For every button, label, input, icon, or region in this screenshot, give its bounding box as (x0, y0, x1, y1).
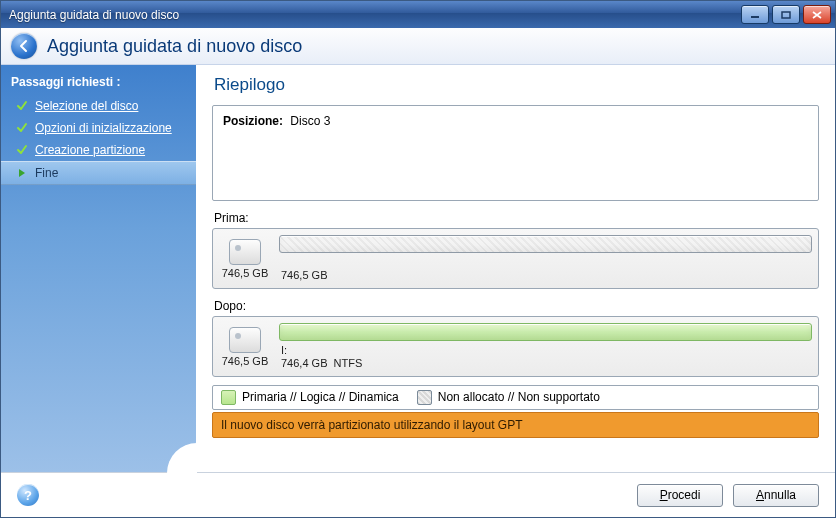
close-button[interactable] (803, 5, 831, 24)
window-title: Aggiunta guidata di nuovo disco (9, 8, 741, 22)
position-value: Disco 3 (290, 114, 330, 128)
wizard-window: Aggiunta guidata di nuovo disco Aggiunta… (0, 0, 836, 518)
step-select-disk[interactable]: Selezione del disco (1, 95, 196, 117)
partition-bar-primary[interactable] (279, 323, 812, 341)
warning-bar: Il nuovo disco verrà partizionato utiliz… (212, 412, 819, 438)
svg-rect-1 (782, 12, 790, 18)
body: Passaggi richiesti : Selezione del disco… (1, 65, 835, 472)
header-title: Aggiunta guidata di nuovo disco (47, 36, 302, 57)
help-button[interactable]: ? (17, 484, 39, 506)
arrow-right-icon (15, 166, 29, 180)
disk-icon (229, 327, 261, 353)
disk-icon-column: 746,5 GB (219, 323, 271, 370)
legend: Primaria // Logica // Dinamica Non alloc… (212, 385, 819, 410)
disk-icon (229, 239, 261, 265)
position-panel: Posizione: Disco 3 (212, 105, 819, 201)
back-button[interactable] (11, 33, 37, 59)
cancel-button[interactable]: Annulla (733, 484, 819, 507)
minimize-button[interactable] (741, 5, 769, 24)
svg-rect-0 (751, 16, 759, 18)
main-content: Riepilogo Posizione: Disco 3 Prima: 746,… (196, 65, 835, 472)
disk-total-size: 746,5 GB (222, 267, 268, 279)
disk-total-size: 746,5 GB (222, 355, 268, 367)
check-icon (15, 143, 29, 157)
step-label: Selezione del disco (35, 99, 138, 113)
legend-unallocated: Non allocato // Non supportato (417, 390, 600, 405)
partition-text: I: 746,4 GB NTFS (279, 344, 812, 370)
step-label: Fine (35, 166, 58, 180)
partition-text: 746,5 GB (279, 256, 812, 282)
step-finish: Fine (1, 161, 196, 185)
disk-icon-column: 746,5 GB (219, 235, 271, 282)
before-label: Prima: (214, 211, 819, 225)
partition-column: 746,5 GB (279, 235, 812, 282)
step-label: Creazione partizione (35, 143, 145, 157)
titlebar: Aggiunta guidata di nuovo disco (1, 1, 835, 28)
sidebar-heading: Passaggi richiesti : (1, 71, 196, 95)
sidebar: Passaggi richiesti : Selezione del disco… (1, 65, 196, 472)
position-label: Posizione: (223, 114, 283, 128)
after-label: Dopo: (214, 299, 819, 313)
legend-swatch-unalloc-icon (417, 390, 432, 405)
disk-after-panel: 746,5 GB I: 746,4 GB NTFS (212, 316, 819, 377)
proceed-button[interactable]: Procedi (637, 484, 723, 507)
partition-bar-unallocated[interactable] (279, 235, 812, 253)
check-icon (15, 99, 29, 113)
partition-column: I: 746,4 GB NTFS (279, 323, 812, 370)
footer: ? Procedi Annulla (1, 472, 835, 517)
check-icon (15, 121, 29, 135)
step-init-options[interactable]: Opzioni di inizializzazione (1, 117, 196, 139)
header: Aggiunta guidata di nuovo disco (1, 28, 835, 65)
disk-before-panel: 746,5 GB 746,5 GB (212, 228, 819, 289)
step-create-partition[interactable]: Creazione partizione (1, 139, 196, 161)
page-title: Riepilogo (214, 75, 819, 95)
step-label: Opzioni di inizializzazione (35, 121, 172, 135)
legend-primary: Primaria // Logica // Dinamica (221, 390, 399, 405)
maximize-button[interactable] (772, 5, 800, 24)
legend-swatch-primary-icon (221, 390, 236, 405)
window-buttons (741, 5, 831, 24)
